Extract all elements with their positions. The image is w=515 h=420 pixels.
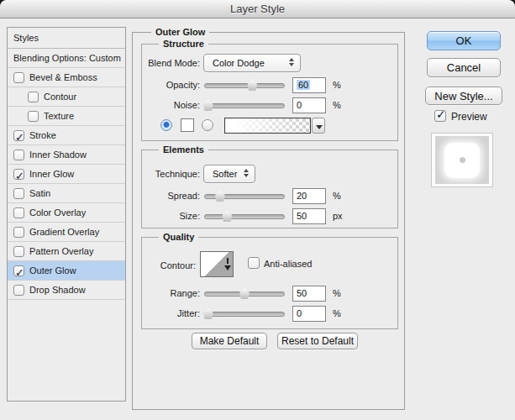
range-input[interactable]: 50 (292, 286, 326, 302)
noise-input[interactable]: 0 (292, 97, 326, 113)
glow-gradient-bar[interactable] (224, 118, 311, 134)
opacity-input[interactable]: 60 (292, 77, 326, 93)
blend-mode-select[interactable]: Color Dodge (203, 54, 301, 72)
spread-unit: % (333, 191, 341, 201)
jitter-unit: % (333, 308, 341, 318)
technique-label: Technique: (126, 169, 200, 179)
cancel-button[interactable]: Cancel (427, 58, 501, 77)
jitter-input[interactable]: 0 (292, 306, 326, 322)
style-enable-checkbox[interactable] (13, 188, 24, 199)
sidebar-item-stroke[interactable]: Stroke (8, 126, 125, 145)
sidebar-item-blending-options-custom[interactable]: Blending Options: Custom (8, 49, 125, 68)
sidebar-item-pattern-overlay[interactable]: Pattern Overlay (8, 242, 125, 261)
spread-label: Spread: (126, 191, 200, 201)
sidebar-item-color-overlay[interactable]: Color Overlay (8, 203, 125, 223)
sidebar-item-label: Stroke (29, 126, 56, 145)
size-slider[interactable] (204, 214, 285, 219)
preview-glow-shape (444, 143, 480, 178)
blend-mode-value: Color Dodge (213, 58, 265, 68)
sidebar-item-label: Color Overlay (29, 203, 86, 223)
reset-to-default-button[interactable]: Reset to Default (277, 333, 358, 349)
dialog-title: Layer Style (230, 3, 285, 15)
contour-label: Contour: (122, 260, 196, 270)
noise-label: Noise: (126, 100, 200, 110)
glow-color-swatch[interactable] (181, 118, 194, 132)
sidebar-item-label: Inner Glow (29, 165, 74, 184)
size-input[interactable]: 50 (292, 208, 326, 224)
style-enable-checkbox[interactable] (13, 207, 24, 218)
sidebar-item-label: Inner Shadow (29, 145, 87, 165)
sidebar-item-inner-shadow[interactable]: Inner Shadow (8, 145, 125, 165)
jitter-slider[interactable] (204, 312, 285, 317)
opacity-label: Opacity: (126, 80, 200, 90)
sidebar-item-bevel-emboss[interactable]: Bevel & Emboss (8, 68, 125, 87)
sidebar-item-texture[interactable]: Texture (8, 107, 125, 126)
style-enable-checkbox[interactable] (13, 150, 24, 160)
preview-center-dot (460, 157, 465, 163)
styles-sidebar: Styles Blending Options: Custom Bevel & … (7, 27, 126, 402)
sidebar-item-label: Pattern Overlay (29, 242, 93, 261)
sidebar-item-outer-glow[interactable]: Outer Glow (8, 261, 125, 281)
technique-select[interactable]: Softer (203, 165, 255, 183)
contour-picker-arrow-icon[interactable] (224, 255, 231, 275)
style-preview-thumbnail (431, 133, 493, 187)
sidebar-item-label: Outer Glow (29, 261, 76, 281)
anti-aliased-checkbox[interactable] (248, 257, 260, 269)
sidebar-item-label: Texture (44, 107, 74, 126)
elements-group-title: Elements (159, 144, 208, 155)
style-enable-checkbox[interactable] (13, 227, 24, 238)
layer-style-dialog: Layer Style Styles Blending Options: Cus… (0, 0, 515, 420)
preview-checkbox[interactable] (434, 110, 446, 122)
size-label: Size: (126, 211, 200, 221)
sidebar-item-gradient-overlay[interactable]: Gradient Overlay (8, 223, 125, 242)
sidebar-item-satin[interactable]: Satin (8, 184, 125, 203)
opacity-unit: % (333, 80, 341, 90)
contour-picker[interactable] (200, 251, 234, 277)
gradient-picker-arrow-icon[interactable] (312, 118, 325, 134)
opacity-slider[interactable] (204, 83, 285, 88)
sidebar-item-label: Drop Shadow (29, 281, 86, 300)
style-enable-checkbox[interactable] (13, 130, 24, 141)
ok-button[interactable]: OK (427, 31, 501, 50)
updown-arrows-icon (244, 169, 250, 177)
anti-aliased-label: Anti-aliased (264, 259, 312, 269)
sidebar-item-label: Contour (44, 87, 76, 107)
technique-value: Softer (213, 169, 237, 179)
sidebar-item-drop-shadow[interactable]: Drop Shadow (8, 281, 125, 300)
style-enable-checkbox[interactable] (28, 111, 39, 122)
size-unit: px (333, 211, 343, 221)
range-slider[interactable] (204, 291, 285, 297)
noise-unit: % (333, 100, 341, 110)
make-default-button[interactable]: Make Default (192, 333, 267, 349)
preview-label: Preview (451, 111, 487, 123)
titlebar[interactable]: Layer Style (0, 0, 515, 18)
range-label: Range: (126, 288, 200, 298)
sidebar-item-inner-glow[interactable]: Inner Glow (8, 165, 125, 184)
sidebar-item-contour[interactable]: Contour (8, 87, 125, 107)
updown-arrows-icon (289, 58, 295, 66)
style-enable-checkbox[interactable] (13, 285, 24, 296)
jitter-label: Jitter: (126, 308, 200, 318)
style-enable-checkbox[interactable] (13, 72, 24, 83)
sidebar-item-label: Bevel & Emboss (29, 68, 97, 87)
range-unit: % (333, 288, 341, 298)
quality-group-title: Quality (159, 232, 198, 242)
style-enable-checkbox[interactable] (13, 169, 24, 180)
panel-title: Outer Glow (151, 27, 209, 37)
noise-slider[interactable] (204, 103, 285, 108)
new-style-button[interactable]: New Style... (425, 87, 502, 105)
glow-color-radio[interactable] (160, 119, 172, 131)
sidebar-item-label: Satin (29, 184, 50, 203)
style-enable-checkbox[interactable] (13, 246, 24, 257)
spread-slider[interactable] (204, 194, 285, 199)
sidebar-item-label: Blending Options: Custom (13, 49, 121, 68)
spread-input[interactable]: 20 (292, 188, 326, 204)
structure-group-title: Structure (159, 39, 208, 49)
preview-background (435, 136, 489, 184)
style-enable-checkbox[interactable] (13, 265, 24, 276)
blend-mode-label: Blend Mode: (126, 58, 200, 68)
glow-gradient-radio[interactable] (202, 119, 213, 131)
sidebar-item-label: Gradient Overlay (29, 223, 99, 242)
sidebar-header: Styles (8, 28, 125, 49)
style-enable-checkbox[interactable] (28, 92, 39, 102)
